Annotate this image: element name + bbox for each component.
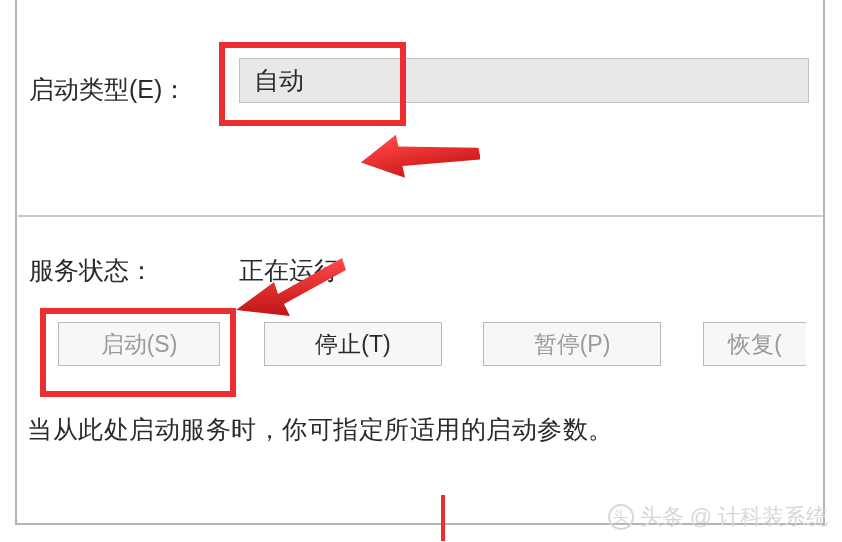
startup-type-label: 启动类型(E)： [29, 73, 187, 106]
stop-button-label: 停止(T) [315, 329, 390, 360]
service-status-value: 正在运行 [239, 254, 339, 287]
stop-button[interactable]: 停止(T) [264, 322, 442, 366]
watermark: 头 头条 @ 计科装系统 [608, 502, 828, 532]
section-divider [18, 215, 823, 217]
resume-button-label: 恢复( [728, 329, 782, 360]
start-button-label: 启动(S) [101, 329, 178, 360]
watermark-prefix: 头条 [640, 502, 684, 532]
service-status-label: 服务状态： [29, 254, 154, 287]
pause-button[interactable]: 暂停(P) [483, 322, 661, 366]
startup-type-dropdown[interactable]: 自动 [239, 58, 809, 103]
resume-button[interactable]: 恢复( [703, 322, 806, 366]
startup-parameters-hint: 当从此处启动服务时，你可指定所适用的启动参数。 [27, 413, 614, 446]
watermark-at: @ [690, 504, 712, 530]
start-button[interactable]: 启动(S) [58, 322, 220, 366]
watermark-logo-icon: 头 [608, 504, 634, 530]
startup-type-value: 自动 [254, 64, 304, 97]
watermark-name: 计科装系统 [718, 502, 828, 532]
pause-button-label: 暂停(P) [534, 329, 611, 360]
